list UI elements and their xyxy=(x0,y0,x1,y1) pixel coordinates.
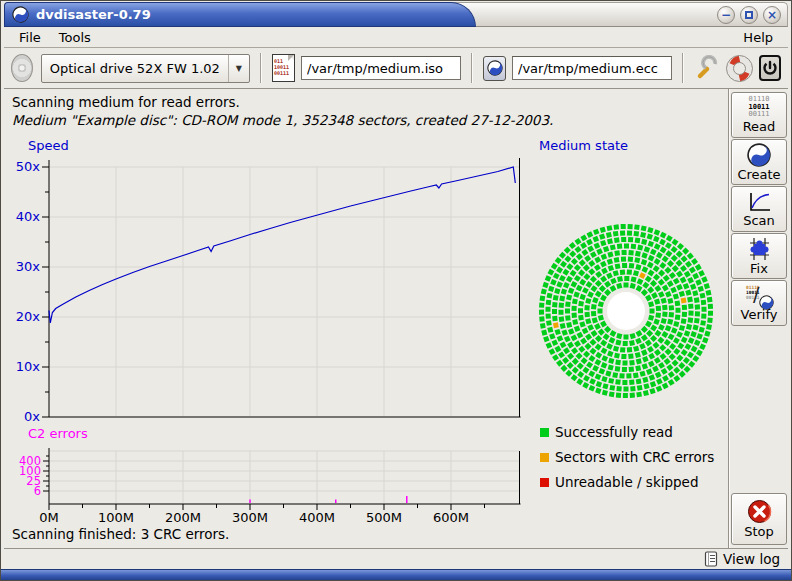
svg-text:50x: 50x xyxy=(16,159,41,174)
scan-button[interactable]: Scan xyxy=(731,186,787,232)
toolbar-separator xyxy=(260,53,262,83)
charts-canvas: 0x10x20x30x40x50xSpeed625100400C2 errors… xyxy=(4,89,728,548)
scan-result-text: Scanning finished: 3 CRC errors. xyxy=(12,526,229,542)
fix-button[interactable]: Fix xyxy=(731,233,787,279)
status-line-1: Scanning medium for read errors. xyxy=(12,93,553,111)
window-title: dvdisaster-0.79 xyxy=(36,7,151,22)
svg-text:Successfully read: Successfully read xyxy=(555,424,673,440)
svg-text:0M: 0M xyxy=(39,510,59,525)
toolbar-separator xyxy=(682,53,684,83)
puzzle-piece-icon xyxy=(746,237,772,261)
menubar: File Tools Help xyxy=(4,27,788,48)
stop-x-icon xyxy=(747,499,772,524)
svg-text:600M: 600M xyxy=(433,510,469,525)
app-window: dvdisaster-0.79 − × File Tools Help Opti… xyxy=(0,0,792,581)
log-notebook-icon[interactable] xyxy=(704,551,718,567)
read-button[interactable]: 01110 10011 00111 Read xyxy=(731,92,787,138)
create-button[interactable]: Create xyxy=(731,139,787,185)
svg-text:500M: 500M xyxy=(366,510,402,525)
svg-text:Sectors with CRC errors: Sectors with CRC errors xyxy=(555,449,714,465)
svg-text:0x: 0x xyxy=(24,409,40,424)
maximize-button[interactable] xyxy=(740,6,758,24)
help-lifebelt-icon[interactable] xyxy=(726,53,753,83)
menu-tools[interactable]: Tools xyxy=(50,29,100,46)
main-content: 0x10x20x30x40x50xSpeed625100400C2 errors… xyxy=(4,89,728,548)
stop-button[interactable]: Stop xyxy=(731,493,787,545)
svg-text:C2 errors: C2 errors xyxy=(28,426,88,441)
toolbar-separator xyxy=(471,53,473,83)
svg-text:Unreadable / skipped: Unreadable / skipped xyxy=(555,474,698,490)
optical-disc-icon xyxy=(11,54,33,82)
app-logo-icon xyxy=(12,6,29,23)
titlebar-tab: dvdisaster-0.79 xyxy=(4,2,476,27)
minimize-button[interactable]: − xyxy=(717,6,735,24)
window-bottom-border xyxy=(1,569,791,580)
ecc-file-icon xyxy=(483,56,506,81)
close-button[interactable]: × xyxy=(763,6,781,24)
ecc-path-input[interactable] xyxy=(512,56,672,80)
quit-power-icon[interactable] xyxy=(759,55,781,81)
chevron-down-icon: ▼ xyxy=(228,55,249,82)
svg-text:300M: 300M xyxy=(232,510,268,525)
binary-icon: 01110 10011 00111 xyxy=(748,96,769,119)
verify-icon: 01110 10011 00111 / xyxy=(746,285,772,307)
svg-text:30x: 30x xyxy=(16,259,41,274)
svg-text:400: 400 xyxy=(19,454,41,468)
chart-curve-icon xyxy=(746,191,772,213)
status-line-2: Medium "Example disc": CD-ROM mode 1, 35… xyxy=(12,111,553,129)
menu-help[interactable]: Help xyxy=(734,29,782,46)
verify-button[interactable]: 01110 10011 00111 / Verify xyxy=(731,280,787,326)
svg-text:40x: 40x xyxy=(16,209,41,224)
svg-text:400M: 400M xyxy=(299,510,335,525)
drive-selector[interactable]: Optical drive 52X FW 1.02 ▼ xyxy=(41,54,250,83)
iso-file-icon: 011 10011 00111 xyxy=(272,54,295,82)
svg-text:100M: 100M xyxy=(98,510,134,525)
toolbar: Optical drive 52X FW 1.02 ▼ 011 10011 00… xyxy=(4,48,788,89)
yin-yang-icon xyxy=(747,143,771,167)
svg-text:Speed: Speed xyxy=(28,138,69,153)
action-sidebar: 01110 10011 00111 Read Create Scan xyxy=(730,89,788,548)
iso-path-input[interactable] xyxy=(301,56,461,80)
titlebar[interactable]: dvdisaster-0.79 − × xyxy=(4,2,788,27)
drive-selector-value: Optical drive 52X FW 1.02 xyxy=(42,61,228,76)
svg-text:20x: 20x xyxy=(16,309,41,324)
view-log-button[interactable]: View log xyxy=(723,551,780,567)
preferences-wrench-icon[interactable] xyxy=(694,53,720,83)
svg-text:Medium state: Medium state xyxy=(539,138,628,153)
menu-file[interactable]: File xyxy=(10,29,50,46)
svg-text:200M: 200M xyxy=(165,510,201,525)
footer: View log xyxy=(4,548,788,569)
svg-text:10x: 10x xyxy=(16,359,41,374)
